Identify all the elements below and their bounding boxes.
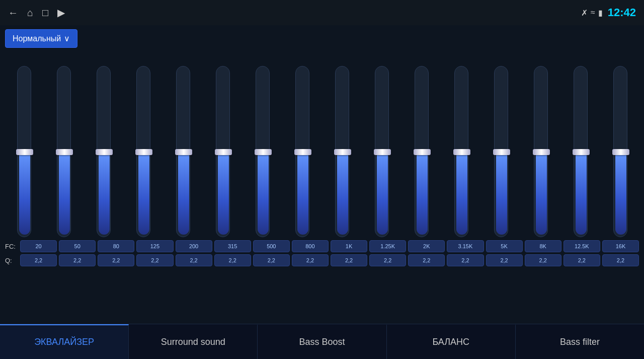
tab-equalizer[interactable]: ЭКВАЛАЙЗЕР [0,324,129,359]
fc-btn-16K[interactable]: 16K [602,240,639,252]
q-btn-315[interactable]: 2,2 [214,254,251,266]
q-btn-2K[interactable]: 2,2 [408,254,445,266]
play-icon[interactable]: ▶ [57,7,65,19]
slider-track-80[interactable] [97,66,111,237]
tab-surround[interactable]: Surround sound [129,324,258,359]
slider-handle-500[interactable] [255,149,272,155]
bluetooth-icon: ✗ [581,8,588,18]
slider-col-80 [85,51,122,237]
fc-btn-315[interactable]: 315 [214,240,251,252]
slider-track-125[interactable] [136,66,150,237]
slider-col-1.25K [363,51,400,237]
back-icon[interactable]: ← [8,7,18,19]
q-btn-125[interactable]: 2,2 [136,254,173,266]
slider-fill-315 [218,149,229,235]
fc-btn-3.15K[interactable]: 3.15K [447,240,484,252]
slider-handle-16K[interactable] [612,149,629,155]
slider-fill-5K [496,149,507,235]
q-btn-20[interactable]: 2,2 [20,254,57,266]
recent-icon[interactable]: □ [42,7,48,19]
q-btn-1.25K[interactable]: 2,2 [369,254,406,266]
slider-track-500[interactable] [256,66,270,237]
slider-track-1K[interactable] [335,66,349,237]
slider-track-5K[interactable] [494,66,508,237]
q-btn-80[interactable]: 2,2 [98,254,134,266]
slider-track-1.25K[interactable] [375,66,389,237]
slider-fill-16K [615,149,626,235]
fc-btn-2K[interactable]: 2K [408,240,445,252]
q-btn-500[interactable]: 2,2 [253,254,290,266]
fc-btn-20[interactable]: 20 [20,240,57,252]
slider-col-20 [5,51,43,237]
slider-track-800[interactable] [295,66,309,237]
slider-track-50[interactable] [57,66,71,237]
slider-col-200 [164,51,202,237]
tab-bass-boost[interactable]: Bass Boost [258,324,386,359]
q-btn-5K[interactable]: 2,2 [486,254,523,266]
slider-handle-80[interactable] [96,149,113,155]
slider-track-20[interactable] [17,66,31,237]
slider-track-8K[interactable] [534,66,548,237]
tab-bass-filter[interactable]: Bass filter [516,324,644,359]
slider-track-12.5K[interactable] [574,66,588,237]
preset-arrow: ∨ [64,34,70,43]
fc-btn-500[interactable]: 500 [253,240,290,252]
slider-handle-125[interactable] [135,149,152,155]
slider-handle-5K[interactable] [493,149,510,155]
q-btn-1K[interactable]: 2,2 [331,254,367,266]
slider-handle-800[interactable] [294,149,311,155]
eq-area [5,51,639,237]
slider-handle-1K[interactable] [334,149,351,155]
q-row: Q: 2,22,22,22,22,22,22,22,22,22,22,22,22… [5,254,639,266]
slider-track-16K[interactable] [613,66,627,237]
home-icon[interactable]: ⌂ [27,7,33,19]
fc-btn-80[interactable]: 80 [98,240,134,252]
fc-btn-800[interactable]: 800 [292,240,329,252]
fc-btn-8K[interactable]: 8K [525,240,561,252]
fc-btn-200[interactable]: 200 [176,240,212,252]
slider-handle-1.25K[interactable] [374,149,391,155]
preset-label: Нормальный [13,34,61,43]
q-label: Q: [5,257,20,264]
slider-col-12.5K [561,51,599,237]
slider-handle-20[interactable] [16,149,33,155]
q-btn-800[interactable]: 2,2 [292,254,329,266]
fc-btn-1K[interactable]: 1K [331,240,367,252]
slider-col-500 [244,51,281,237]
slider-handle-2K[interactable] [414,149,431,155]
q-btn-200[interactable]: 2,2 [176,254,212,266]
slider-handle-200[interactable] [175,149,192,155]
slider-track-2K[interactable] [415,66,429,237]
fc-btn-12.5K[interactable]: 12.5K [564,240,600,252]
slider-handle-3.15K[interactable] [453,149,470,155]
q-btn-12.5K[interactable]: 2,2 [564,254,600,266]
tab-bar: ЭКВАЛАЙЗЕРSurround soundBass BoostБАЛАНС… [0,324,644,359]
slider-fill-500 [258,149,269,235]
slider-track-200[interactable] [176,66,190,237]
slider-handle-12.5K[interactable] [573,149,590,155]
q-btn-3.15K[interactable]: 2,2 [447,254,484,266]
tab-balance[interactable]: БАЛАНС [387,324,516,359]
slider-handle-315[interactable] [215,149,232,155]
slider-fill-50 [59,149,70,235]
fc-btn-125[interactable]: 125 [136,240,173,252]
q-btn-50[interactable]: 2,2 [59,254,96,266]
slider-handle-8K[interactable] [533,149,550,155]
fc-btn-1.25K[interactable]: 1.25K [369,240,406,252]
slider-fill-1K [337,149,348,235]
slider-fill-3.15K [456,149,467,235]
main-content: Нормальный ∨ FC: 2050801252003155008001K… [0,25,644,324]
slider-track-3.15K[interactable] [454,66,468,237]
preset-dropdown[interactable]: Нормальный ∨ [5,29,77,48]
status-bar: ← ⌂ □ ▶ ✗ ≈ ▮ 12:42 [0,0,644,25]
q-btn-16K[interactable]: 2,2 [602,254,639,266]
slider-handle-50[interactable] [56,149,73,155]
fc-btn-5K[interactable]: 5K [486,240,523,252]
slider-fill-80 [99,149,110,235]
slider-fill-200 [178,149,189,235]
fc-btn-50[interactable]: 50 [59,240,96,252]
q-btn-8K[interactable]: 2,2 [525,254,561,266]
status-right: ✗ ≈ ▮ 12:42 [581,6,636,19]
fc-q-section: FC: 2050801252003155008001K1.25K2K3.15K5… [5,240,639,266]
slider-track-315[interactable] [216,66,230,237]
